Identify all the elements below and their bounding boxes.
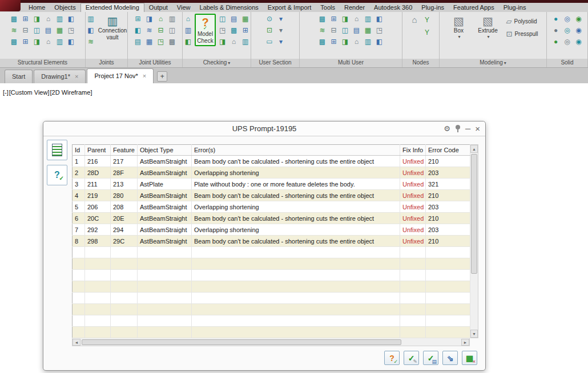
ribbon-tool-icon[interactable]: ◳ (374, 25, 385, 35)
panel-label-multi-user[interactable]: Multi User (300, 59, 402, 67)
panel-label-user-section[interactable]: User Section (251, 59, 299, 67)
ribbon-tool-icon[interactable]: ▥ (363, 37, 373, 47)
ribbon-tool-icon[interactable]: ⊞ (21, 37, 31, 47)
node-house-icon[interactable]: ⌂ (409, 15, 420, 25)
scroll-down-icon[interactable]: ▼ (470, 330, 478, 338)
ribbon-tool-icon[interactable]: ▩ (229, 25, 239, 35)
ribbon-tool-icon[interactable]: ▥ (240, 37, 251, 47)
error-row[interactable]: 620C20EAstBeamStraightBeam body can't be… (73, 213, 470, 224)
app-logo[interactable] (0, 0, 21, 11)
ribbon-tool-icon[interactable]: ◧ (183, 37, 193, 47)
scroll-right-icon[interactable]: ► (461, 339, 469, 346)
ribbon-tool-icon[interactable]: ◉ (574, 37, 584, 47)
panel-label-joints[interactable]: Joints (86, 59, 127, 67)
ribbon-tool-icon[interactable]: ◨ (32, 37, 42, 47)
ribbon-tab-plugins[interactable]: Plug-ins (417, 3, 449, 12)
ribbon-tool-icon[interactable]: ⌂ (43, 14, 54, 24)
panel-label-structural-elements[interactable]: Structural Elements (0, 59, 85, 67)
col-object-type[interactable]: Object Type (138, 145, 192, 156)
ribbon-tool-icon[interactable]: ▦ (144, 37, 155, 47)
error-row[interactable]: 5206208AstBeamStraightOverlapping shorte… (73, 201, 470, 213)
dialog-titlebar[interactable]: UPS Prompt-19195 ⚙ ─ × (43, 121, 485, 136)
ribbon-tool-icon[interactable]: ⊟ (329, 25, 339, 35)
ribbon-tool-icon[interactable]: ≋ (144, 25, 155, 35)
node-y-icon[interactable]: Y (422, 15, 432, 25)
panel-label-nodes[interactable]: Nodes (402, 59, 439, 67)
doc-tab-start[interactable]: Start (5, 70, 33, 83)
ribbon-tool-icon[interactable]: ⊞ (21, 14, 31, 24)
close-icon[interactable]: × (475, 124, 480, 133)
ribbon-tool-icon[interactable]: ⌂ (229, 37, 239, 47)
ribbon-tool-icon[interactable]: ◨ (340, 14, 351, 24)
node-y-icon-2[interactable]: Y (422, 27, 432, 38)
ribbon-tool-icon[interactable]: ▾ (276, 25, 286, 35)
connection-vault-button[interactable]: ▥ Connection vault (98, 14, 127, 42)
ribbon-tool-icon[interactable]: ● (551, 25, 561, 35)
recheck-model-button[interactable]: ? ✓ (384, 351, 400, 365)
ribbon-tool-icon[interactable]: ◨ (218, 37, 228, 47)
ribbon-tool-icon[interactable]: ⊟ (156, 25, 166, 35)
col-errors[interactable]: Error(s) (192, 145, 400, 156)
toggle-errors-button[interactable]: ▦ × (462, 351, 477, 365)
ribbon-tool-icon[interactable]: ◉ (574, 25, 584, 35)
fix-all-button[interactable]: ✓ ▤ (423, 351, 438, 365)
error-row[interactable]: 228D28FAstBeamStraightOverlapping shorte… (73, 167, 470, 179)
ribbon-tool-icon[interactable]: ◫ (167, 25, 178, 35)
ribbon-tool-icon[interactable]: ▭ (264, 37, 275, 47)
ribbon-tool-icon[interactable]: ▤ (133, 37, 143, 47)
ribbon-tool-icon[interactable]: ▩ (9, 37, 19, 47)
ribbon-tool-icon[interactable]: ◎ (562, 37, 573, 47)
error-row[interactable]: 829829CAstBeamStraightBeam body can't be… (73, 236, 470, 247)
zoom-to-error-button[interactable]: ⇘ (442, 351, 458, 365)
ribbon-tab-autodesk-360[interactable]: Autodesk 360 (369, 3, 417, 12)
polysolid-button[interactable]: ▱ Polysolid (504, 16, 539, 27)
viewport-view-name[interactable]: [Custom View] (9, 89, 50, 96)
ribbon-tool-icon[interactable]: ◎ (562, 14, 573, 24)
ribbon-tool-icon[interactable]: ⌂ (43, 37, 54, 47)
ribbon-tool-icon[interactable]: ◧ (66, 37, 76, 47)
doc-tab-drawing1-close-icon[interactable]: × (75, 73, 78, 80)
model-check-view-button[interactable]: ? ✓ (47, 165, 67, 185)
scroll-left-icon[interactable]: ◄ (73, 339, 80, 346)
ribbon-tab-plugins-2[interactable]: Plug-ins (499, 3, 531, 12)
fix-selected-button[interactable]: ✓ ✎ (404, 351, 419, 365)
horizontal-scroll-thumb[interactable] (82, 339, 401, 345)
ribbon-tool-icon[interactable]: ◧ (374, 37, 385, 47)
col-feature[interactable]: Feature (111, 145, 138, 156)
doc-tab-project-close-icon[interactable]: × (143, 72, 146, 79)
ribbon-tool-icon[interactable]: ▥ (55, 37, 65, 47)
horizontal-scrollbar[interactable]: ◄ ► (72, 338, 470, 346)
ribbon-tool-icon[interactable]: ◧ (374, 14, 385, 24)
doc-tab-project-17-nov[interactable]: Project 17 Nov* × (87, 68, 154, 83)
scroll-up-icon[interactable]: ▲ (470, 145, 478, 153)
error-row[interactable]: 7292294AstBeamStraightOverlapping shorte… (73, 224, 470, 236)
panel-label-modeling[interactable]: Modeling▾ (440, 59, 546, 67)
ribbon-tool-icon[interactable]: ⌂ (183, 14, 193, 24)
ribbon-tool-icon[interactable]: ⌂ (352, 14, 362, 24)
ribbon-tool-icon[interactable]: ▾ (276, 37, 286, 47)
ribbon-tool-icon[interactable]: ▩ (167, 37, 178, 47)
ribbon-tool-icon[interactable]: ⊞ (329, 14, 339, 24)
error-row[interactable]: 4219280AstBeamStraightBeam body can't be… (73, 190, 470, 201)
ribbon-tool-icon[interactable]: ▥ (183, 25, 193, 35)
ribbon-tool-icon[interactable]: ● (551, 14, 561, 24)
panel-label-checking[interactable]: Checking▾ (183, 59, 251, 67)
presspull-button[interactable]: ⊡ Presspull (504, 29, 539, 39)
ribbon-tool-icon[interactable]: ◫ (218, 14, 228, 24)
ribbon-tool-icon[interactable]: ⊟ (21, 25, 31, 35)
ribbon-tool-icon[interactable]: ▥ (363, 14, 373, 24)
ribbon-tool-icon[interactable]: ▥ (55, 14, 65, 24)
col-error-code[interactable]: Error Code (426, 145, 470, 156)
ribbon-tool-icon[interactable]: ⊞ (329, 37, 339, 47)
error-row[interactable]: 3211213AstPlatePlate without body : one … (73, 179, 470, 190)
ribbon-tool-icon[interactable]: ● (551, 37, 561, 47)
ribbon-tab-objects[interactable]: Objects (50, 3, 80, 12)
col-fix-info[interactable]: Fix Info (400, 145, 426, 156)
ribbon-tool-icon[interactable]: ▦ (363, 25, 373, 35)
ribbon-tab-export-import[interactable]: Export & Import (263, 3, 316, 12)
viewport-visual-style[interactable]: [2D Wireframe] (50, 89, 92, 96)
ribbon-tool-icon[interactable]: ▾ (276, 14, 286, 24)
ribbon-tool-icon[interactable]: ◨ (32, 14, 42, 24)
panel-label-solid[interactable]: Solid (547, 59, 587, 67)
new-tab-button[interactable]: + (157, 71, 167, 82)
